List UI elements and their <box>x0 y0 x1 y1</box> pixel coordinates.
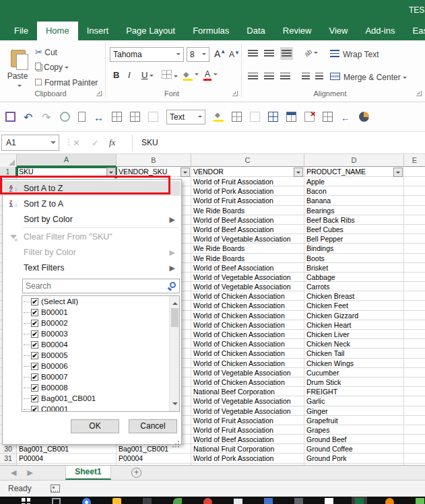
cell-empty[interactable] <box>404 435 425 444</box>
toolbar-icon[interactable] <box>112 112 122 122</box>
cell-product-name[interactable]: Bell Pepper <box>304 234 404 244</box>
cell-product-name[interactable]: Brisket <box>304 263 404 273</box>
menu-resize-grip[interactable] <box>172 435 179 442</box>
sheet-nav-left-icon[interactable]: ◀ <box>11 468 16 477</box>
font-dialog-launcher[interactable] <box>232 91 238 96</box>
ok-button[interactable]: OK <box>71 419 119 433</box>
cell-product-name[interactable]: Chicken Neck <box>304 339 404 349</box>
ribbon-tab[interactable]: Home <box>37 22 78 40</box>
toolbar-icon[interactable] <box>24 112 34 122</box>
filter-list-item[interactable]: ✔ Bag001_CB001 <box>22 393 179 404</box>
bold-button[interactable]: B <box>113 70 119 80</box>
toolbar-icon[interactable] <box>286 112 296 122</box>
add-sheet-icon[interactable]: + <box>131 468 141 478</box>
cancel-entry-icon[interactable]: ✕ <box>73 138 80 148</box>
align-top-button[interactable] <box>248 48 258 59</box>
cell-empty[interactable] <box>404 320 425 330</box>
cell-product-name[interactable]: FREIGHT <box>304 387 404 396</box>
cell-vendor[interactable]: World of Chicken Association <box>191 339 304 349</box>
sheet-nav-right-icon[interactable]: ▶ <box>27 468 32 477</box>
menu-item-clear-filter[interactable]: Clear Filter From "SKU" <box>3 229 181 244</box>
cell-vendor[interactable]: National Fruit Corporation <box>191 444 304 454</box>
insert-function-button[interactable]: fx <box>109 137 115 148</box>
filter-list-item[interactable]: ✔ C00001 <box>22 404 179 412</box>
cell-product-name[interactable]: Apple <box>304 177 404 186</box>
cell-empty[interactable] <box>404 330 425 339</box>
column-header-a[interactable]: A <box>17 154 117 167</box>
checkbox-checked-icon[interactable]: ✔ <box>31 373 38 381</box>
cell-product-name[interactable]: Chicken Liver <box>304 330 404 339</box>
cell-vendor[interactable]: We Ride Boards <box>191 206 304 215</box>
cell-product-name[interactable]: Cucumber <box>304 368 404 377</box>
cell-empty[interactable] <box>404 186 425 196</box>
cell-empty[interactable] <box>404 301 425 310</box>
checkbox-checked-icon[interactable]: ✔ <box>31 352 38 359</box>
column-header-d[interactable]: D <box>304 154 404 167</box>
toolbar-icon[interactable] <box>268 112 278 122</box>
toolbar-icon[interactable] <box>94 112 104 122</box>
cell-c1[interactable]: VENDOR <box>191 167 304 177</box>
cell-vendor[interactable]: World of Chicken Association <box>191 311 304 320</box>
cell-empty[interactable] <box>404 339 425 349</box>
cell-empty[interactable] <box>404 454 425 463</box>
name-box[interactable]: A1 <box>1 135 59 151</box>
cell-empty[interactable] <box>404 416 425 425</box>
cell-vendor[interactable]: World of Vegetable Association <box>191 273 304 282</box>
toolbar-icon[interactable] <box>214 112 224 122</box>
taskbar-icon[interactable] <box>203 498 212 504</box>
cell-product-name[interactable]: Drum Stick <box>304 377 404 387</box>
grow-font-button[interactable]: A▲ <box>214 48 226 59</box>
cell-empty[interactable] <box>404 234 425 244</box>
cell-empty[interactable] <box>404 425 425 435</box>
shrink-font-button[interactable]: A▼ <box>229 50 240 59</box>
filter-button-product-name[interactable] <box>393 168 403 177</box>
cell-vendor[interactable]: World of Vegetable Association <box>191 282 304 291</box>
cell-product-name[interactable]: Garlic <box>304 396 404 406</box>
filter-list-item[interactable]: ✔ B00006 <box>22 361 179 371</box>
cell-empty[interactable] <box>404 349 425 358</box>
taskbar-icon[interactable] <box>173 498 182 504</box>
toolbar-icon[interactable] <box>323 112 333 122</box>
cell-product-name[interactable]: Grapes <box>304 425 404 435</box>
select-all-corner[interactable] <box>0 154 17 167</box>
cell-vendor[interactable]: We Ride Boards <box>191 254 304 263</box>
toolbar-icon[interactable] <box>250 112 260 122</box>
list-scrollbar[interactable] <box>169 296 179 411</box>
align-right-button[interactable] <box>280 71 290 81</box>
scroll-up-icon[interactable] <box>172 299 178 305</box>
toolbar-icon[interactable] <box>5 112 15 122</box>
checkbox-checked-icon[interactable]: ✔ <box>31 309 38 316</box>
format-painter-button[interactable]: Format Painter <box>35 78 98 87</box>
cut-button[interactable]: ✂ Cut <box>35 47 57 57</box>
toolbar-icon[interactable] <box>60 112 70 122</box>
filter-list-item[interactable]: ✔ (Select All) <box>22 296 179 307</box>
filter-list-item[interactable]: ✔ B00005 <box>22 350 179 361</box>
align-middle-button[interactable] <box>264 48 274 59</box>
cell-product-name[interactable]: Beef Back Ribs <box>304 215 404 225</box>
align-left-button[interactable] <box>248 71 258 81</box>
align-bottom-button[interactable] <box>280 47 293 60</box>
search-icon[interactable] <box>170 282 176 288</box>
filter-list-item[interactable]: ✔ B00004 <box>22 339 179 350</box>
cell-empty[interactable] <box>404 444 425 454</box>
font-size-combobox[interactable]: 8 <box>187 47 209 62</box>
borders-button[interactable] <box>162 70 178 81</box>
search-input[interactable] <box>23 280 158 292</box>
ribbon-tab[interactable]: Formulas <box>184 22 238 40</box>
font-name-combobox[interactable]: Tahoma <box>110 47 184 62</box>
cell-vendor[interactable]: World of Fruit Association <box>191 196 304 205</box>
cancel-button[interactable]: Cancel <box>129 419 177 433</box>
taskbar-icon[interactable] <box>234 499 242 504</box>
row-header[interactable]: 1 <box>0 167 17 177</box>
row-header[interactable]: 31 <box>0 454 17 463</box>
toolbar-icon[interactable] <box>359 112 369 122</box>
confirm-entry-icon[interactable]: ✓ <box>92 138 99 148</box>
filter-button-vendor[interactable] <box>294 168 303 177</box>
ribbon-tab[interactable]: Easy <box>403 22 425 40</box>
cell-vendor[interactable]: National Beef Corporation <box>191 387 304 396</box>
cell-product-name[interactable]: Bacon <box>304 186 404 196</box>
cell-sku[interactable]: Bag001_CB001 <box>17 444 117 454</box>
cell-product-name[interactable]: Bearings <box>304 206 404 215</box>
scrollbar-thumb[interactable] <box>171 308 178 327</box>
cell-empty[interactable] <box>404 387 425 396</box>
